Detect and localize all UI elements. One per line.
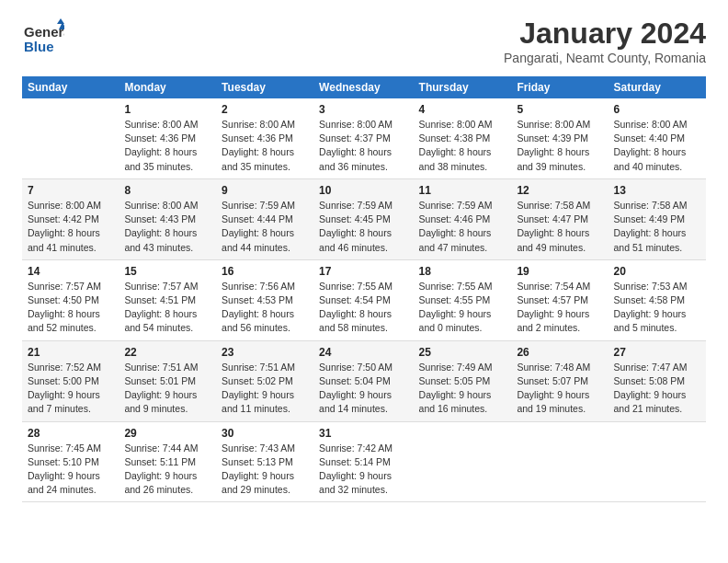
month-title: January 2024 — [504, 17, 706, 51]
calendar-cell: 31Sunrise: 7:42 AMSunset: 5:14 PMDayligh… — [313, 421, 413, 502]
calendar-week-row: 1Sunrise: 8:00 AMSunset: 4:36 PMDaylight… — [22, 98, 706, 178]
calendar-cell: 14Sunrise: 7:57 AMSunset: 4:50 PMDayligh… — [22, 259, 119, 340]
calendar-cell: 25Sunrise: 7:49 AMSunset: 5:05 PMDayligh… — [414, 340, 512, 421]
svg-text:General: General — [24, 24, 64, 40]
day-info: Sunrise: 7:51 AMSunset: 5:02 PMDaylight:… — [222, 361, 308, 417]
day-number: 2 — [222, 103, 308, 116]
day-number: 23 — [222, 346, 308, 359]
calendar-cell: 20Sunrise: 7:53 AMSunset: 4:58 PMDayligh… — [608, 259, 706, 340]
calendar-cell — [22, 98, 119, 178]
day-number: 30 — [222, 427, 308, 440]
calendar-cell: 24Sunrise: 7:50 AMSunset: 5:04 PMDayligh… — [313, 340, 413, 421]
day-number: 15 — [124, 265, 210, 278]
calendar-cell: 3Sunrise: 8:00 AMSunset: 4:37 PMDaylight… — [313, 98, 413, 178]
day-number: 7 — [28, 184, 113, 197]
day-info: Sunrise: 7:43 AMSunset: 5:13 PMDaylight:… — [222, 442, 308, 498]
day-number: 26 — [517, 346, 602, 359]
day-info: Sunrise: 8:00 AMSunset: 4:43 PMDaylight:… — [124, 199, 210, 255]
day-info: Sunrise: 7:57 AMSunset: 4:51 PMDaylight:… — [124, 280, 210, 336]
calendar-week-row: 7Sunrise: 8:00 AMSunset: 4:42 PMDaylight… — [22, 178, 706, 259]
header-day: Wednesday — [313, 76, 413, 98]
day-number: 29 — [124, 427, 210, 440]
header-day: Monday — [119, 76, 216, 98]
calendar-cell: 8Sunrise: 8:00 AMSunset: 4:43 PMDaylight… — [119, 178, 216, 259]
header-day: Sunday — [22, 76, 119, 98]
day-info: Sunrise: 7:50 AMSunset: 5:04 PMDaylight:… — [319, 361, 407, 417]
calendar-cell: 5Sunrise: 8:00 AMSunset: 4:39 PMDaylight… — [511, 98, 608, 178]
calendar-week-row: 21Sunrise: 7:52 AMSunset: 5:00 PMDayligh… — [22, 340, 706, 421]
day-number: 13 — [613, 184, 700, 197]
header-day: Saturday — [608, 76, 706, 98]
calendar-cell — [511, 421, 608, 502]
day-number: 18 — [419, 265, 506, 278]
calendar-cell: 27Sunrise: 7:47 AMSunset: 5:08 PMDayligh… — [608, 340, 706, 421]
day-info: Sunrise: 8:00 AMSunset: 4:38 PMDaylight:… — [419, 118, 506, 174]
day-number: 6 — [613, 103, 700, 116]
logo-icon: General Blue — [22, 17, 64, 59]
day-number: 24 — [319, 346, 407, 359]
header-row: SundayMondayTuesdayWednesdayThursdayFrid… — [22, 76, 706, 98]
calendar-cell: 23Sunrise: 7:51 AMSunset: 5:02 PMDayligh… — [216, 340, 313, 421]
day-info: Sunrise: 7:42 AMSunset: 5:14 PMDaylight:… — [319, 442, 407, 498]
calendar-cell: 29Sunrise: 7:44 AMSunset: 5:11 PMDayligh… — [119, 421, 216, 502]
day-number: 31 — [319, 427, 407, 440]
calendar-cell: 15Sunrise: 7:57 AMSunset: 4:51 PMDayligh… — [119, 259, 216, 340]
day-info: Sunrise: 7:55 AMSunset: 4:54 PMDaylight:… — [319, 280, 407, 336]
calendar-cell: 4Sunrise: 8:00 AMSunset: 4:38 PMDaylight… — [414, 98, 512, 178]
day-info: Sunrise: 7:56 AMSunset: 4:53 PMDaylight:… — [222, 280, 308, 336]
calendar-cell: 17Sunrise: 7:55 AMSunset: 4:54 PMDayligh… — [313, 259, 413, 340]
calendar-cell: 6Sunrise: 8:00 AMSunset: 4:40 PMDaylight… — [608, 98, 706, 178]
day-info: Sunrise: 7:54 AMSunset: 4:57 PMDaylight:… — [517, 280, 602, 336]
svg-text:Blue: Blue — [24, 39, 54, 54]
header-day: Thursday — [414, 76, 512, 98]
header-area: General Blue January 2024 Pangarati, Nea… — [22, 17, 706, 65]
calendar-cell — [608, 421, 706, 502]
calendar-cell: 1Sunrise: 8:00 AMSunset: 4:36 PMDaylight… — [119, 98, 216, 178]
calendar-cell: 26Sunrise: 7:48 AMSunset: 5:07 PMDayligh… — [511, 340, 608, 421]
day-info: Sunrise: 7:59 AMSunset: 4:45 PMDaylight:… — [319, 199, 407, 255]
day-info: Sunrise: 8:00 AMSunset: 4:42 PMDaylight:… — [28, 199, 113, 255]
day-number: 16 — [222, 265, 308, 278]
calendar-cell: 28Sunrise: 7:45 AMSunset: 5:10 PMDayligh… — [22, 421, 119, 502]
location-subtitle: Pangarati, Neamt County, Romania — [504, 51, 706, 65]
calendar-cell: 18Sunrise: 7:55 AMSunset: 4:55 PMDayligh… — [414, 259, 512, 340]
day-number: 5 — [517, 103, 602, 116]
calendar-cell: 13Sunrise: 7:58 AMSunset: 4:49 PMDayligh… — [608, 178, 706, 259]
day-number: 8 — [124, 184, 210, 197]
day-number: 12 — [517, 184, 602, 197]
calendar-container: General Blue January 2024 Pangarati, Nea… — [0, 0, 728, 513]
day-number: 20 — [613, 265, 700, 278]
day-number: 27 — [613, 346, 700, 359]
header-day: Tuesday — [216, 76, 313, 98]
calendar-cell: 16Sunrise: 7:56 AMSunset: 4:53 PMDayligh… — [216, 259, 313, 340]
calendar-cell: 22Sunrise: 7:51 AMSunset: 5:01 PMDayligh… — [119, 340, 216, 421]
day-number: 14 — [28, 265, 113, 278]
calendar-cell: 11Sunrise: 7:59 AMSunset: 4:46 PMDayligh… — [414, 178, 512, 259]
calendar-cell: 30Sunrise: 7:43 AMSunset: 5:13 PMDayligh… — [216, 421, 313, 502]
day-info: Sunrise: 8:00 AMSunset: 4:36 PMDaylight:… — [222, 118, 308, 174]
day-info: Sunrise: 8:00 AMSunset: 4:37 PMDaylight:… — [319, 118, 407, 174]
day-info: Sunrise: 7:57 AMSunset: 4:50 PMDaylight:… — [28, 280, 113, 336]
day-number: 28 — [28, 427, 113, 440]
day-info: Sunrise: 7:58 AMSunset: 4:47 PMDaylight:… — [517, 199, 602, 255]
day-number: 1 — [124, 103, 210, 116]
day-number: 21 — [28, 346, 113, 359]
calendar-table: SundayMondayTuesdayWednesdayThursdayFrid… — [22, 76, 706, 502]
day-info: Sunrise: 8:00 AMSunset: 4:39 PMDaylight:… — [517, 118, 602, 174]
calendar-cell — [414, 421, 512, 502]
calendar-cell: 12Sunrise: 7:58 AMSunset: 4:47 PMDayligh… — [511, 178, 608, 259]
day-info: Sunrise: 7:49 AMSunset: 5:05 PMDaylight:… — [419, 361, 506, 417]
day-info: Sunrise: 7:52 AMSunset: 5:00 PMDaylight:… — [28, 361, 113, 417]
day-info: Sunrise: 7:45 AMSunset: 5:10 PMDaylight:… — [28, 442, 113, 498]
day-info: Sunrise: 7:55 AMSunset: 4:55 PMDaylight:… — [419, 280, 506, 336]
day-number: 19 — [517, 265, 602, 278]
calendar-cell: 9Sunrise: 7:59 AMSunset: 4:44 PMDaylight… — [216, 178, 313, 259]
day-number: 11 — [419, 184, 506, 197]
day-number: 9 — [222, 184, 308, 197]
calendar-week-row: 14Sunrise: 7:57 AMSunset: 4:50 PMDayligh… — [22, 259, 706, 340]
calendar-week-row: 28Sunrise: 7:45 AMSunset: 5:10 PMDayligh… — [22, 421, 706, 502]
calendar-cell: 2Sunrise: 8:00 AMSunset: 4:36 PMDaylight… — [216, 98, 313, 178]
day-info: Sunrise: 8:00 AMSunset: 4:36 PMDaylight:… — [124, 118, 210, 174]
day-number: 22 — [124, 346, 210, 359]
day-info: Sunrise: 7:59 AMSunset: 4:46 PMDaylight:… — [419, 199, 506, 255]
